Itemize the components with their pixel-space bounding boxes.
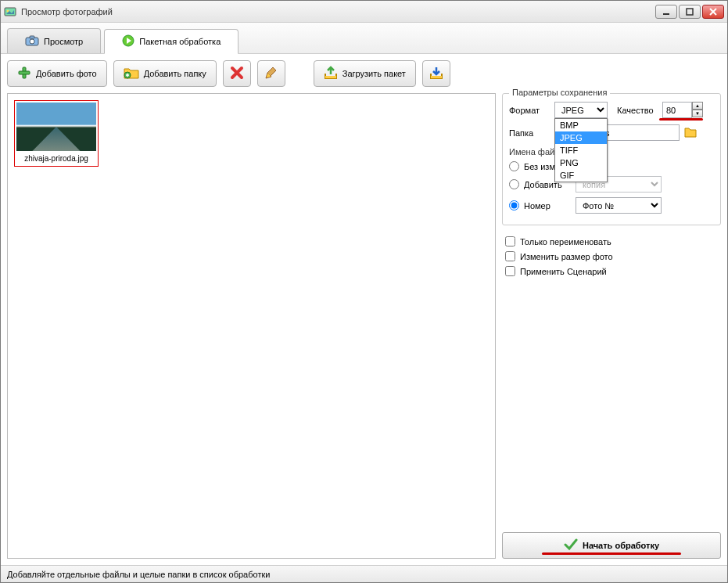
tab-batch-label: Пакетная обработка bbox=[139, 37, 221, 46]
svg-rect-11 bbox=[325, 76, 336, 78]
radio-nochange[interactable] bbox=[509, 161, 519, 171]
play-icon bbox=[122, 34, 134, 49]
app-icon bbox=[4, 5, 16, 18]
quality-label: Качество bbox=[617, 106, 658, 115]
svg-rect-9 bbox=[19, 71, 30, 74]
camera-icon bbox=[25, 35, 39, 48]
tab-view-label: Просмотр bbox=[44, 37, 83, 46]
save-params-group: Параметры сохранения Формат JPEG BMP JPE… bbox=[502, 93, 721, 225]
start-processing-button[interactable]: Начать обработку bbox=[502, 532, 721, 559]
checkbox-rename-label: Только переименовать bbox=[520, 237, 611, 247]
format-option-tiff[interactable]: TIFF bbox=[555, 144, 607, 157]
add-folder-label: Добавить папку bbox=[144, 69, 206, 78]
status-bar: Добавляйте отдельные файлы и целые папки… bbox=[1, 565, 727, 582]
checkbox-rename-only[interactable] bbox=[505, 236, 515, 247]
thumbnail-image bbox=[16, 103, 96, 151]
toolbar: Добавить фото Добавить папку Загрузить п… bbox=[1, 54, 727, 93]
radio-number[interactable] bbox=[509, 200, 519, 211]
folder-label: Папка bbox=[509, 128, 550, 138]
maximize-button[interactable] bbox=[679, 5, 701, 19]
status-text: Добавляйте отдельные файлы и целые папки… bbox=[7, 570, 270, 579]
upload-icon bbox=[324, 66, 338, 81]
checkbox-resize[interactable] bbox=[505, 251, 515, 261]
checkbox-scenario-label: Применить Сценарий bbox=[520, 267, 607, 276]
plus-icon bbox=[17, 66, 31, 81]
save-batch-button[interactable] bbox=[422, 60, 450, 87]
close-button[interactable] bbox=[702, 5, 724, 19]
minimize-button[interactable] bbox=[655, 5, 677, 19]
format-option-png[interactable]: PNG bbox=[555, 157, 607, 169]
start-btn-label: Начать обработку bbox=[583, 541, 659, 550]
delete-button[interactable] bbox=[223, 60, 251, 87]
load-batch-button[interactable]: Загрузить пакет bbox=[314, 60, 416, 87]
format-dropdown: BMP JPEG TIFF PNG GIF bbox=[554, 118, 608, 182]
quality-input[interactable] bbox=[662, 102, 692, 118]
radio-number-label: Номер bbox=[524, 201, 571, 211]
titlebar: Просмотр фотографий bbox=[1, 1, 727, 23]
checkbox-resize-label: Изменить размер фото bbox=[520, 252, 613, 261]
download-icon bbox=[429, 66, 443, 81]
save-params-title: Параметры сохранения bbox=[509, 88, 610, 97]
add-photo-label: Добавить фото bbox=[36, 69, 97, 78]
format-label: Формат bbox=[509, 106, 550, 115]
format-select[interactable]: JPEG bbox=[554, 102, 608, 118]
delete-icon bbox=[230, 66, 244, 81]
broom-icon bbox=[264, 66, 278, 81]
format-option-gif[interactable]: GIF bbox=[555, 169, 607, 182]
checkbox-scenario[interactable] bbox=[505, 266, 515, 276]
radio-add[interactable] bbox=[509, 179, 519, 189]
format-option-jpeg[interactable]: JPEG bbox=[555, 131, 607, 144]
quality-down-button[interactable]: ▼ bbox=[692, 110, 703, 117]
window-title: Просмотр фотографий bbox=[21, 7, 655, 16]
format-option-bmp[interactable]: BMP bbox=[555, 119, 607, 131]
browse-folder-button[interactable] bbox=[684, 127, 697, 139]
file-list[interactable]: zhivaja-priroda.jpg bbox=[7, 93, 496, 559]
svg-point-6 bbox=[30, 39, 34, 44]
svg-rect-12 bbox=[431, 76, 442, 78]
add-photo-button[interactable]: Добавить фото bbox=[7, 60, 107, 87]
quality-up-button[interactable]: ▲ bbox=[692, 102, 703, 110]
number-select[interactable]: Фото № bbox=[576, 197, 662, 214]
tab-bar: Просмотр Пакетная обработка bbox=[1, 23, 727, 54]
file-thumbnail[interactable]: zhivaja-priroda.jpg bbox=[14, 100, 99, 167]
svg-rect-5 bbox=[30, 36, 34, 38]
thumbnail-caption: zhivaja-priroda.jpg bbox=[16, 151, 96, 164]
folder-plus-icon bbox=[124, 67, 139, 81]
add-folder-button[interactable]: Добавить папку bbox=[113, 60, 217, 87]
tab-view[interactable]: Просмотр bbox=[7, 28, 101, 53]
tab-batch[interactable]: Пакетная обработка bbox=[104, 29, 238, 54]
check-icon bbox=[564, 538, 578, 553]
clear-button[interactable] bbox=[257, 60, 285, 87]
svg-rect-3 bbox=[687, 9, 693, 15]
load-batch-label: Загрузить пакет bbox=[342, 69, 406, 78]
